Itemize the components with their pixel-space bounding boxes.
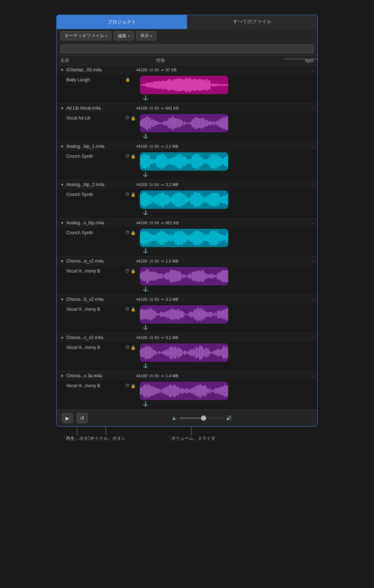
- svg-rect-656: [225, 384, 226, 397]
- svg-rect-531: [156, 352, 158, 353]
- svg-rect-232: [160, 194, 161, 206]
- waveform[interactable]: [140, 305, 228, 324]
- waveform[interactable]: [140, 114, 228, 132]
- svg-rect-5: [146, 83, 147, 87]
- svg-rect-516: [227, 308, 228, 321]
- link-icon: ⇔: [161, 182, 164, 187]
- svg-rect-220: [147, 193, 148, 206]
- waveform[interactable]: [140, 152, 228, 171]
- svg-rect-219: [145, 192, 147, 207]
- svg-rect-612: [169, 385, 170, 397]
- svg-rect-545: [174, 347, 175, 359]
- svg-rect-261: [192, 195, 193, 205]
- waveform-area: ⚓: [140, 229, 314, 253]
- svg-rect-134: [141, 156, 142, 168]
- svg-rect-47: [208, 81, 209, 89]
- edit-button[interactable]: 編集 ▾: [114, 31, 134, 40]
- svg-rect-494: [199, 309, 200, 320]
- waveform-area: ⚓: [140, 114, 314, 139]
- parent-bpm: -: [295, 106, 314, 110]
- file-parent-row[interactable]: ▼ Analog...bip_2.m4a 44100 16 Bit ⇔ 3.2 …: [57, 180, 317, 189]
- svg-rect-1: [140, 85, 141, 85]
- svg-rect-120: [213, 121, 214, 125]
- svg-rect-118: [211, 121, 212, 125]
- link-icon: ⇔: [161, 144, 164, 149]
- svg-rect-496: [202, 310, 203, 319]
- svg-rect-551: [181, 350, 183, 355]
- svg-rect-609: [165, 387, 166, 395]
- svg-rect-86: [170, 118, 171, 128]
- svg-rect-646: [212, 389, 213, 393]
- app-window: プロジェクト すべてのファイル オーディオファイル ▾ 編集 ▾ 表示 ▾ ファ…: [56, 15, 318, 427]
- svg-rect-523: [146, 347, 147, 358]
- svg-rect-165: [175, 156, 176, 167]
- waveform[interactable]: [140, 382, 228, 400]
- svg-rect-13: [158, 81, 159, 89]
- file-child-row: Vocal H...mony B⏱🔒⚓: [57, 342, 317, 371]
- svg-rect-332: [181, 231, 182, 245]
- svg-rect-223: [150, 195, 151, 204]
- file-child-row: Baby Laugh🔒⚓: [57, 74, 317, 103]
- file-parent-row[interactable]: ▼ Analog...s_bip.m4a 44100 16 Bit ⇔ 951 …: [57, 218, 317, 227]
- view-button[interactable]: 表示 ▾: [136, 31, 156, 40]
- file-parent-row[interactable]: ▼ Ad Lib Vocal.m4a 44100 16 Bit ⇔ 641 KB…: [57, 104, 317, 113]
- anchor-icon: ⚓: [143, 210, 148, 215]
- svg-rect-159: [169, 159, 170, 164]
- svg-rect-155: [164, 156, 165, 167]
- svg-rect-383: [149, 272, 150, 281]
- expand-icon: ▼: [60, 259, 64, 263]
- svg-rect-194: [207, 159, 208, 164]
- tab-project[interactable]: プロジェクト: [57, 15, 187, 29]
- svg-rect-627: [188, 389, 189, 393]
- svg-rect-137: [144, 154, 145, 169]
- svg-rect-577: [214, 350, 215, 355]
- file-parent-row[interactable]: ▼ Chorus...a_v2.m4a 44100 16 Bit ⇔ 1.6 M…: [57, 257, 317, 266]
- search-input[interactable]: [60, 44, 314, 53]
- svg-rect-606: [161, 388, 162, 393]
- audio-files-button[interactable]: オーディオファイル ▾: [60, 31, 112, 40]
- tab-allfiles[interactable]: すべてのファイル: [187, 15, 317, 29]
- svg-rect-214: [140, 195, 141, 204]
- svg-rect-74: [155, 121, 156, 126]
- svg-rect-166: [176, 156, 177, 167]
- cycle-button[interactable]: ↺: [77, 413, 88, 423]
- file-child-row: Crunch Synth⏱🔒⚓: [57, 227, 317, 256]
- info-size: 951 KB: [166, 221, 179, 225]
- svg-rect-467: [165, 312, 166, 317]
- play-button[interactable]: ▶: [62, 413, 73, 423]
- lock-icon: 🔒: [125, 77, 130, 82]
- file-child-row: Crunch Synth⏱🔒⚓: [57, 151, 317, 180]
- file-parent-row[interactable]: ▼ 41fantaz...03.m4a 44100 16 Bit ⇔ 97 KB…: [57, 65, 317, 74]
- file-parent-row[interactable]: ▼ Chorus...b_v2.m4a 44100 16 Bit ⇔ 3.3 M…: [57, 295, 317, 304]
- svg-rect-620: [179, 388, 180, 394]
- waveform[interactable]: [140, 267, 228, 285]
- svg-rect-602: [156, 389, 158, 393]
- file-parent-row[interactable]: ▼ Analog...bip_1.m4a 44100 16 Bit ⇔ 2.2 …: [57, 142, 317, 151]
- parent-info: 44100 16 Bit ⇔ 97 KB: [133, 68, 295, 72]
- waveform[interactable]: [140, 190, 228, 209]
- svg-rect-645: [211, 390, 212, 392]
- waveform[interactable]: [140, 76, 228, 94]
- svg-rect-18: [165, 81, 166, 89]
- svg-rect-143: [151, 159, 152, 164]
- svg-rect-240: [169, 197, 170, 203]
- waveform[interactable]: [140, 229, 228, 247]
- svg-rect-652: [219, 388, 220, 394]
- svg-rect-593: [145, 384, 146, 398]
- file-parent-row[interactable]: ▼ Chorus...s 3a.m4a 44100 16 Bit ⇔ 1.4 M…: [57, 371, 317, 380]
- waveform[interactable]: [140, 343, 228, 362]
- svg-rect-381: [146, 269, 147, 283]
- svg-rect-511: [220, 311, 222, 318]
- file-parent-row[interactable]: ▼ Chorus...c_v2.m4a 44100 16 Bit ⇔ 3.2 M…: [57, 333, 317, 342]
- svg-rect-553: [184, 350, 185, 355]
- svg-rect-322: [170, 234, 171, 242]
- svg-rect-114: [205, 120, 207, 126]
- svg-rect-370: [223, 235, 224, 241]
- svg-rect-550: [180, 348, 181, 357]
- volume-slider[interactable]: [180, 417, 224, 419]
- svg-rect-378: [142, 271, 144, 281]
- child-name: Vocal H...mony B: [66, 382, 125, 388]
- child-icons: ⏱🔒: [125, 343, 140, 350]
- expand-icon: ▼: [60, 336, 64, 340]
- svg-rect-154: [163, 155, 164, 168]
